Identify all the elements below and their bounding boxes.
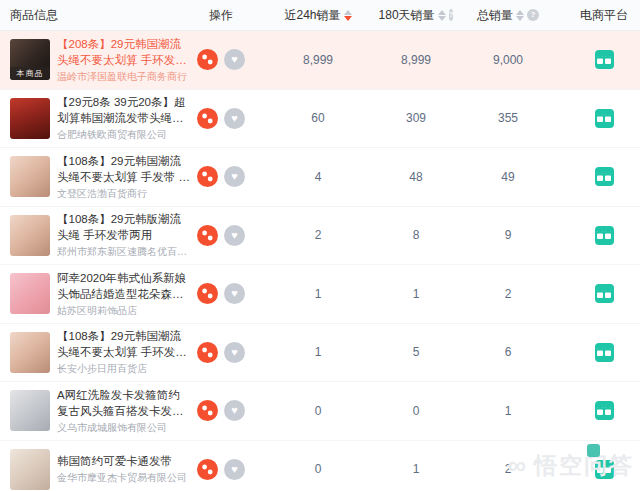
sort-control-sales-24h[interactable] (344, 10, 352, 21)
platform-cell (568, 401, 640, 420)
favorite-button[interactable]: ♥ (224, 459, 245, 480)
platform-badge-icon[interactable] (595, 460, 614, 479)
sales-24h-value: 0 (252, 404, 384, 418)
product-text: 【29元8条 39元20条】超划算韩国潮流发带头绳到手！ 合肥纳铁欧商贸有限公司 (57, 94, 190, 142)
product-title[interactable]: 【108条】29元韩版潮流头绳 手环发带两用 (57, 211, 190, 243)
product-title[interactable]: 【108条】29元韩国潮流头绳不要太划算 手发带 两用 (57, 153, 190, 185)
seller-name: 姑苏区明莉饰品店 (57, 304, 190, 318)
sort-control-total-sales[interactable] (516, 10, 524, 21)
table-row: 【108条】29元韩国潮流头绳不要太划算 手发带 两用 文登区浩渤百货商行 ♥ … (0, 148, 640, 207)
sort-desc-icon[interactable] (438, 16, 446, 21)
sales-24h-value: 4 (252, 170, 384, 184)
compare-button[interactable] (197, 342, 218, 363)
sales-180d-value: 0 (384, 404, 448, 418)
product-thumbnail[interactable]: 本商品 (10, 39, 50, 80)
product-title[interactable]: 韩国简约可爱卡通发带 (57, 453, 187, 469)
sort-desc-icon[interactable] (516, 16, 524, 21)
product-cell[interactable]: 本商品 【208条】29元韩国潮流头绳不要太划算 手环发带两用 温岭市泽国盈联电… (0, 36, 190, 84)
platform-cell (568, 343, 640, 362)
sort-asc-icon[interactable] (438, 10, 446, 15)
product-text: 【108条】29元韩国潮流头绳不要太划算 手环发带两用 长安小步日用百货店 (57, 328, 190, 376)
platform-badge-icon[interactable] (595, 343, 614, 362)
product-title[interactable]: 阿幸2020年韩式仙系新娘头饰品结婚造型花朵森系发饰大气发... (57, 270, 190, 302)
table-row: 【108条】29元韩国潮流头绳不要太划算 手环发带两用 长安小步日用百货店 ♥ … (0, 324, 640, 383)
product-title[interactable]: 【208条】29元韩国潮流头绳不要太划算 手环发带两用 (57, 36, 190, 68)
product-title[interactable]: A网红洗脸发卡发箍简约复古风头箍百搭发卡发带潮流百搭 (57, 387, 190, 419)
row-actions: ♥ (190, 49, 252, 70)
product-cell[interactable]: 【29元8条 39元20条】超划算韩国潮流发带头绳到手！ 合肥纳铁欧商贸有限公司 (0, 94, 190, 142)
product-thumbnail[interactable] (10, 449, 50, 490)
heart-icon: ♥ (231, 230, 238, 241)
compare-button[interactable] (197, 49, 218, 70)
product-cell[interactable]: 【108条】29元韩版潮流头绳 手环发带两用 郑州市郑东新区速腾名优百货店 (0, 211, 190, 259)
product-cell[interactable]: 阿幸2020年韩式仙系新娘头饰品结婚造型花朵森系发饰大气发... 姑苏区明莉饰品… (0, 270, 190, 318)
column-header-sales-24h[interactable]: 近24h销量 (252, 7, 384, 24)
compare-button[interactable] (197, 225, 218, 246)
product-thumbnail[interactable] (10, 98, 50, 139)
total-sales-value: 2 (448, 462, 568, 476)
compare-icon (197, 108, 218, 129)
product-thumbnail[interactable] (10, 332, 50, 373)
product-cell[interactable]: 【108条】29元韩国潮流头绳不要太划算 手环发带两用 长安小步日用百货店 (0, 328, 190, 376)
favorite-button[interactable]: ♥ (224, 49, 245, 70)
platform-badge-icon[interactable] (595, 109, 614, 128)
favorite-button[interactable]: ♥ (224, 225, 245, 246)
product-thumbnail[interactable] (10, 156, 50, 197)
column-header-sales-180d[interactable]: 180天销量 ? (384, 7, 448, 24)
total-sales-value: 9 (448, 228, 568, 242)
platform-badge-icon[interactable] (595, 226, 614, 245)
sort-asc-icon[interactable] (516, 10, 524, 15)
product-thumbnail[interactable] (10, 390, 50, 431)
sales-24h-value: 0 (252, 462, 384, 476)
product-cell[interactable]: 【108条】29元韩国潮流头绳不要太划算 手发带 两用 文登区浩渤百货商行 (0, 153, 190, 201)
favorite-button[interactable]: ♥ (224, 400, 245, 421)
favorite-button[interactable]: ♥ (224, 283, 245, 304)
favorite-button[interactable]: ♥ (224, 342, 245, 363)
sales-180d-value: 5 (384, 345, 448, 359)
heart-icon: ♥ (231, 464, 238, 475)
seller-name: 文登区浩渤百货商行 (57, 187, 190, 201)
heart-icon: ♥ (231, 288, 238, 299)
product-title[interactable]: 【108条】29元韩国潮流头绳不要太划算 手环发带两用 (57, 328, 190, 360)
platform-badge-icon[interactable] (595, 401, 614, 420)
product-cell[interactable]: 韩国简约可爱卡通发带 金华市摩亚杰卡贸易有限公司 (0, 449, 190, 490)
compare-icon (197, 342, 218, 363)
column-label-platform: 电商平台 (580, 7, 628, 24)
info-tooltip-icon[interactable]: ? (527, 9, 539, 21)
own-product-badge: 本商品 (10, 67, 50, 80)
heart-icon: ♥ (231, 54, 238, 65)
table-row: 阿幸2020年韩式仙系新娘头饰品结婚造型花朵森系发饰大气发... 姑苏区明莉饰品… (0, 265, 640, 324)
platform-cell (568, 460, 640, 479)
compare-button[interactable] (197, 283, 218, 304)
compare-button[interactable] (197, 459, 218, 480)
product-thumbnail[interactable] (10, 215, 50, 256)
table-row: 【29元8条 39元20条】超划算韩国潮流发带头绳到手！ 合肥纳铁欧商贸有限公司… (0, 90, 640, 149)
favorite-button[interactable]: ♥ (224, 108, 245, 129)
sales-180d-value: 8,999 (384, 53, 448, 67)
compare-button[interactable] (197, 166, 218, 187)
table-body: 本商品 【208条】29元韩国潮流头绳不要太划算 手环发带两用 温岭市泽国盈联电… (0, 31, 640, 491)
compare-button[interactable] (197, 400, 218, 421)
product-cell[interactable]: A网红洗脸发卡发箍简约复古风头箍百搭发卡发带潮流百搭 义乌市成城服饰有限公司 (0, 387, 190, 435)
platform-badge-icon[interactable] (595, 167, 614, 186)
seller-name: 合肥纳铁欧商贸有限公司 (57, 128, 190, 142)
total-sales-value: 2 (448, 287, 568, 301)
compare-icon (197, 225, 218, 246)
product-thumbnail[interactable] (10, 273, 50, 314)
compare-button[interactable] (197, 108, 218, 129)
compare-icon (197, 400, 218, 421)
platform-badge-icon[interactable] (595, 284, 614, 303)
compare-icon (197, 459, 218, 480)
column-header-total-sales[interactable]: 总销量 ? (448, 7, 568, 24)
row-actions: ♥ (190, 342, 252, 363)
sort-desc-icon[interactable] (344, 16, 352, 21)
compare-icon (197, 283, 218, 304)
row-actions: ♥ (190, 166, 252, 187)
sort-asc-icon[interactable] (344, 10, 352, 15)
favorite-button[interactable]: ♥ (224, 166, 245, 187)
product-text: 韩国简约可爱卡通发带 金华市摩亚杰卡贸易有限公司 (57, 453, 187, 485)
sort-control-sales-180d[interactable] (438, 10, 446, 21)
product-title[interactable]: 【29元8条 39元20条】超划算韩国潮流发带头绳到手！ (57, 94, 190, 126)
platform-badge-icon[interactable] (595, 50, 614, 69)
column-label-sales-180d: 180天销量 (379, 7, 435, 24)
